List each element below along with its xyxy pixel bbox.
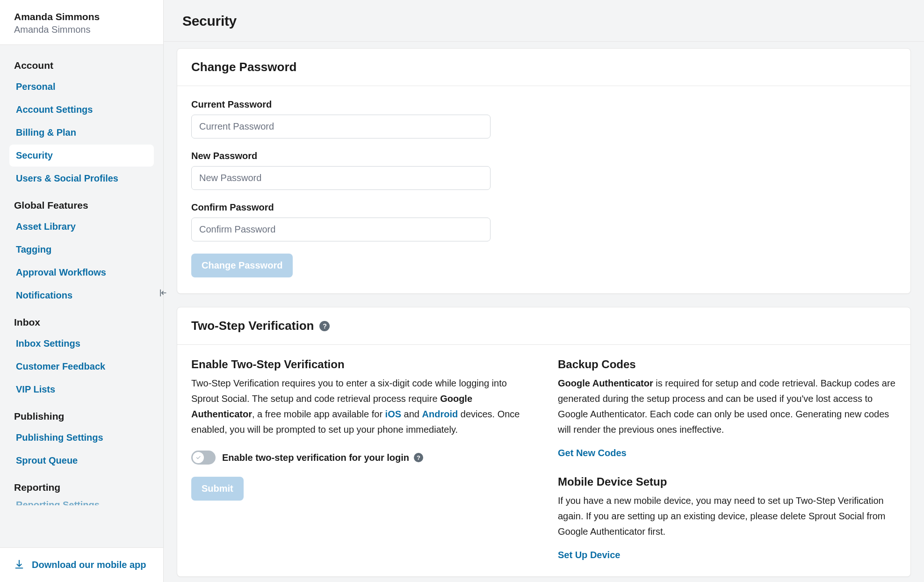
two-step-title: Two-Step Verification	[191, 319, 314, 333]
sidebar: Amanda Simmons Amanda Simmons Account Pe…	[0, 0, 164, 582]
two-step-body: Enable Two-Step Verification Two-Step Ve…	[177, 345, 910, 576]
sidebar-section-account: Account	[9, 56, 154, 75]
current-password-input[interactable]	[191, 115, 491, 138]
sidebar-section-reporting: Reporting	[9, 478, 154, 497]
ios-link[interactable]: iOS	[385, 409, 401, 419]
sidebar-section-global: Global Features	[9, 196, 154, 215]
sidebar-item-security[interactable]: Security	[9, 145, 154, 167]
change-password-body: Current Password New Password Confirm Pa…	[177, 86, 910, 293]
android-link[interactable]: Android	[422, 409, 458, 419]
two-step-text-and: and	[401, 409, 422, 419]
two-step-text-b: , a free mobile app available for	[252, 409, 385, 419]
backup-ga-text: Google Authenticator	[558, 378, 653, 388]
main-content: Security Change Password Current Passwor…	[164, 0, 924, 582]
mobile-setup-description: If you have a new mobile device, you may…	[558, 493, 896, 539]
enable-two-step-description: Two-Step Verification requires you to en…	[191, 376, 530, 437]
set-up-device-link[interactable]: Set Up Device	[558, 550, 620, 560]
change-password-title: Change Password	[191, 60, 296, 74]
sidebar-item-asset-library[interactable]: Asset Library	[9, 216, 154, 238]
current-password-group: Current Password	[191, 99, 896, 138]
backup-codes-heading: Backup Codes	[558, 358, 896, 371]
change-password-button[interactable]: Change Password	[191, 254, 293, 277]
help-icon[interactable]: ?	[319, 321, 330, 331]
user-name: Amanda Simmons	[14, 11, 149, 22]
confirm-password-label: Confirm Password	[191, 202, 896, 213]
new-password-input[interactable]	[191, 166, 491, 190]
sidebar-item-account-settings[interactable]: Account Settings	[9, 99, 154, 121]
toggle-knob	[193, 452, 204, 463]
help-icon[interactable]: ?	[414, 453, 423, 462]
change-password-title-row: Change Password	[177, 49, 910, 86]
sidebar-item-reporting-settings[interactable]: Reporting Settings	[9, 498, 154, 505]
two-step-toggle-label: Enable two-step verification for your lo…	[222, 452, 409, 463]
enable-two-step-col: Enable Two-Step Verification Two-Step Ve…	[191, 358, 530, 560]
backup-codes-col: Backup Codes Google Authenticator is req…	[558, 358, 896, 560]
sidebar-user-header: Amanda Simmons Amanda Simmons	[0, 0, 163, 45]
settings-content: Change Password Current Password New Pas…	[164, 42, 924, 582]
new-password-label: New Password	[191, 151, 896, 161]
get-new-codes-link[interactable]: Get New Codes	[558, 448, 627, 458]
sidebar-item-inbox-settings[interactable]: Inbox Settings	[9, 333, 154, 355]
page-title: Security	[182, 13, 905, 29]
collapse-sidebar-button[interactable]	[157, 286, 170, 299]
two-step-toggle-label-wrap: Enable two-step verification for your lo…	[222, 452, 423, 463]
two-step-submit-button[interactable]: Submit	[191, 477, 244, 501]
confirm-password-input[interactable]	[191, 218, 491, 241]
sidebar-item-approval[interactable]: Approval Workflows	[9, 262, 154, 284]
two-step-toggle-row: Enable two-step verification for your lo…	[191, 451, 530, 465]
sidebar-item-users[interactable]: Users & Social Profiles	[9, 167, 154, 189]
change-password-card: Change Password Current Password New Pas…	[177, 48, 911, 294]
backup-codes-description: Google Authenticator is required for set…	[558, 376, 896, 437]
two-step-card: Two-Step Verification ? Enable Two-Step …	[177, 307, 911, 577]
download-app-link[interactable]: Download our mobile app	[0, 547, 163, 582]
sidebar-item-personal[interactable]: Personal	[9, 76, 154, 98]
current-password-label: Current Password	[191, 99, 896, 110]
page-header: Security	[164, 0, 924, 42]
sidebar-item-publishing-settings[interactable]: Publishing Settings	[9, 427, 154, 449]
sidebar-item-customer-feedback[interactable]: Customer Feedback	[9, 356, 154, 378]
two-step-title-row: Two-Step Verification ?	[177, 307, 910, 345]
sidebar-item-tagging[interactable]: Tagging	[9, 239, 154, 261]
enable-two-step-heading: Enable Two-Step Verification	[191, 358, 530, 371]
sidebar-item-notifications[interactable]: Notifications	[9, 284, 154, 306]
user-subtitle: Amanda Simmons	[14, 24, 149, 35]
download-app-label: Download our mobile app	[32, 560, 146, 570]
sidebar-section-publishing: Publishing	[9, 407, 154, 426]
new-password-group: New Password	[191, 151, 896, 190]
sidebar-item-sprout-queue[interactable]: Sprout Queue	[9, 450, 154, 472]
sidebar-item-vip-lists[interactable]: VIP Lists	[9, 378, 154, 400]
mobile-setup-heading: Mobile Device Setup	[558, 475, 896, 488]
download-icon	[14, 559, 24, 571]
sidebar-section-inbox: Inbox	[9, 313, 154, 332]
sidebar-item-billing[interactable]: Billing & Plan	[9, 122, 154, 144]
two-step-columns: Enable Two-Step Verification Two-Step Ve…	[191, 358, 896, 560]
sidebar-nav: Account Personal Account Settings Billin…	[0, 45, 163, 547]
two-step-toggle[interactable]	[191, 451, 216, 465]
confirm-password-group: Confirm Password	[191, 202, 896, 241]
